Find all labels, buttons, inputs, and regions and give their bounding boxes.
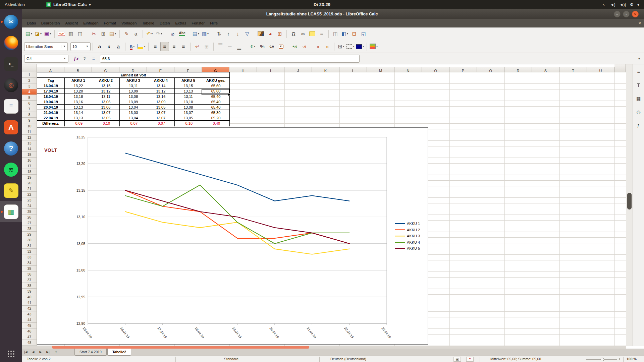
chevron-down-icon[interactable]: ▾ [31, 32, 32, 35]
previous-sheet-button[interactable]: ◀ [30, 349, 37, 355]
row-header-3[interactable]: 3 [22, 83, 37, 89]
headers-footers-button[interactable]: ◫ [331, 29, 340, 39]
row-header-12[interactable]: 12 [22, 135, 37, 140]
selected-cell-outline[interactable] [202, 89, 230, 95]
find-replace-button[interactable]: ⌀ [168, 29, 177, 39]
menu-bearbeiten[interactable]: Bearbeiten [39, 19, 63, 27]
row-header-2[interactable]: 2 [22, 78, 37, 83]
horizontal-scrollbar-thumb[interactable] [52, 346, 309, 349]
paste-button[interactable]: ▤▾ [108, 29, 117, 39]
font-size-combo[interactable]: 10 ▼ [70, 42, 91, 51]
terminal-launcher[interactable]: >_ [0, 53, 22, 74]
table-cell[interactable]: 13,11 [175, 94, 202, 99]
window-titlebar[interactable]: Langzeitstudie ohne LCAS5 .2019.ods - Li… [0, 9, 644, 19]
table-cell[interactable]: -0,07 [120, 121, 147, 126]
row-header-21[interactable]: 21 [22, 186, 37, 192]
row-header-27[interactable]: 27 [22, 220, 37, 226]
chevron-down-icon[interactable]: ▼ [63, 57, 66, 60]
menu-vorlagen[interactable]: Vorlagen [119, 19, 139, 27]
row-header-36[interactable]: 36 [22, 272, 37, 277]
insert-column-button[interactable]: ▥▾ [201, 29, 210, 39]
selection-mode-icon[interactable]: ▣ [453, 357, 461, 362]
libreoffice-writer-launcher[interactable]: ≡ [0, 96, 22, 117]
chevron-down-icon[interactable]: ▾ [353, 45, 354, 48]
table-cell[interactable]: -0,09 [65, 121, 92, 126]
copy-button[interactable]: ⊞ [99, 29, 108, 39]
row-header-10[interactable]: 10 [22, 123, 37, 129]
column-header-D[interactable]: D [119, 67, 147, 72]
table-cell[interactable]: 13,08 [120, 94, 147, 99]
close-document-icon[interactable]: ✕ [638, 21, 641, 25]
row-header-44[interactable]: 44 [22, 317, 37, 323]
italic-button[interactable]: a [105, 42, 113, 51]
table-cell[interactable]: 13,18 [65, 94, 92, 99]
table-cell[interactable]: -0,10 [92, 121, 120, 126]
table-cell[interactable]: 13,06 [92, 99, 120, 105]
libreoffice-calc-launcher[interactable]: ▦ [0, 201, 22, 222]
column-header-U[interactable]: U [587, 67, 614, 72]
column-header-J[interactable]: J [284, 67, 312, 72]
thunderbird-launcher[interactable]: ✉ [0, 11, 22, 32]
table-cell[interactable]: 13,14 [65, 110, 92, 115]
table-header-cell[interactable]: AKKU 5 [175, 78, 202, 83]
conditional-formatting-button[interactable]: ▾ [369, 42, 378, 51]
bold-button[interactable]: a [95, 42, 104, 51]
table-cell[interactable]: 13,13 [65, 115, 92, 121]
font-name-combo[interactable]: Liberation Sans ▼ [24, 42, 68, 51]
menu-tabelle[interactable]: Tabelle [139, 19, 157, 27]
align-bottom-button[interactable]: ▁ [235, 42, 244, 51]
percent-button[interactable]: % [258, 42, 267, 51]
border-style-button[interactable]: ▾ [346, 42, 355, 51]
row-header-32[interactable]: 32 [22, 249, 37, 254]
print-preview-button[interactable]: ◫ [76, 29, 85, 39]
network-icon[interactable]: ⌥ [601, 2, 606, 7]
table-cell[interactable]: 13,04 [120, 115, 147, 121]
gallery-icon[interactable]: ▦ [635, 95, 643, 103]
document-modified-icon[interactable]: * [466, 357, 474, 362]
functions-icon[interactable]: ƒ [635, 121, 643, 129]
row-header-15[interactable]: 15 [22, 152, 37, 158]
show-applications-icon[interactable] [8, 351, 14, 357]
row-header-18[interactable]: 18 [22, 169, 37, 175]
table-cell[interactable]: 13,09 [120, 99, 147, 105]
row-header-19[interactable]: 19 [22, 175, 37, 180]
notes-launcher[interactable]: ✎ [0, 180, 22, 201]
chevron-down-icon[interactable]: ▾ [50, 32, 51, 35]
row-header-31[interactable]: 31 [22, 243, 37, 249]
table-cell[interactable]: 13,12 [92, 88, 120, 94]
column-header-S[interactable]: S [532, 67, 559, 72]
row-header-47[interactable]: 47 [22, 334, 37, 340]
font-color-button[interactable]: a▾ [128, 42, 137, 51]
chevron-down-icon[interactable]: ▾ [343, 45, 344, 48]
insert-row-button[interactable]: ▤▾ [192, 29, 200, 39]
next-sheet-button[interactable]: ▶ [37, 349, 44, 355]
row-header-26[interactable]: 26 [22, 215, 37, 220]
table-cell[interactable]: 13,07 [147, 110, 175, 115]
table-cell[interactable]: 19.04.19 [37, 99, 65, 105]
horizontal-scrollbar[interactable] [22, 346, 626, 349]
underline-button[interactable]: a [114, 42, 123, 51]
table-cell[interactable]: 13,12 [147, 88, 175, 94]
table-cell[interactable]: 65,40 [202, 99, 230, 105]
zoom-slider[interactable] [586, 359, 617, 360]
insert-chart-button[interactable]: ◕ [266, 29, 275, 39]
styles-icon[interactable]: T [635, 81, 643, 89]
table-cell[interactable]: 16.04.19 [37, 83, 65, 88]
chevron-down-icon[interactable]: ▾ [254, 45, 255, 48]
row-header-29[interactable]: 29 [22, 232, 37, 237]
system-menu-caret-icon[interactable]: ▾ [637, 2, 639, 7]
show-draw-functions-button[interactable]: ◱ [359, 29, 368, 39]
number-format-button[interactable]: 0.0 [267, 42, 276, 51]
menu-datei[interactable]: Datei [24, 19, 39, 27]
export-pdf-button[interactable]: PDF [57, 29, 66, 39]
selection-stats[interactable]: Mittelwert: 65,60; Summe: 65,60 [490, 356, 541, 362]
save-button[interactable]: ▣▾ [43, 29, 52, 39]
column-header-partial[interactable] [614, 64, 626, 72]
special-character-button[interactable]: Ω [289, 29, 298, 39]
column-header-T[interactable]: T [559, 67, 587, 72]
table-cell[interactable]: 13,16 [147, 94, 175, 99]
row-header-8[interactable]: 8 [22, 112, 37, 118]
add-sheet-button[interactable]: + [52, 349, 60, 355]
chevron-down-icon[interactable]: ▾ [363, 45, 364, 48]
align-right-button[interactable]: ≡ [170, 42, 178, 51]
